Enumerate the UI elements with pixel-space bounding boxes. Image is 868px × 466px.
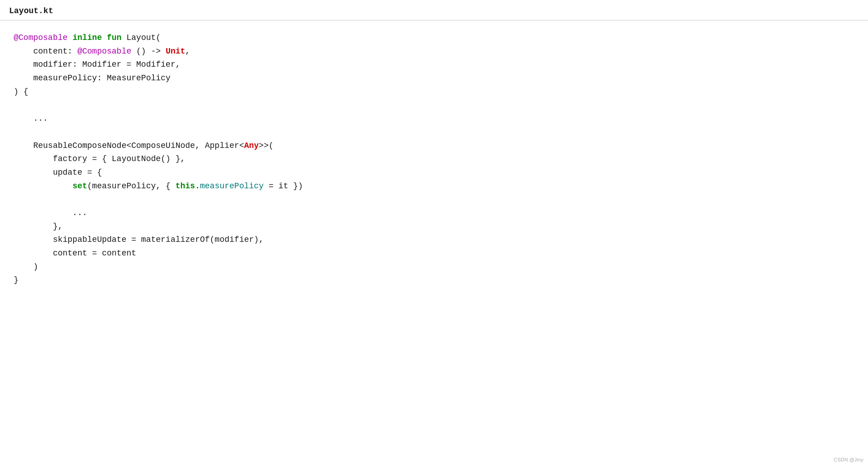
code-line-19: } [14,274,854,287]
code-line-5: ) { [14,85,854,99]
code-line-12: set(measurePolicy, { this.measurePolicy … [14,180,854,193]
file-title: Layout.kt [9,6,53,15]
code-line-16: skippableUpdate = materializerOf(modifie… [14,233,854,247]
watermark: CSDN @Jmy [833,457,863,462]
code-line-7: ... [14,112,854,126]
code-line-10: factory = { LayoutNode() }, [14,152,854,166]
code-line-1: @Composable inline fun Layout( [14,31,854,45]
code-line-3: modifier: Modifier = Modifier, [14,58,854,72]
code-line-8 [14,126,854,139]
code-line-13 [14,193,854,206]
code-line-4: measurePolicy: MeasurePolicy [14,72,854,85]
code-line-15: }, [14,220,854,234]
code-line-18: ) [14,260,854,274]
title-bar: Layout.kt [0,0,868,20]
code-line-14: ... [14,206,854,220]
code-area: @Composable inline fun Layout( content: … [0,20,868,466]
code-line-17: content = content [14,247,854,260]
code-line-9: ReusableComposeNode<ComposeUiNode, Appli… [14,139,854,153]
code-line-2: content: @Composable () -> Unit, [14,45,854,59]
code-line-6 [14,98,854,112]
code-line-11: update = { [14,166,854,180]
main-window: Layout.kt @Composable inline fun Layout(… [0,0,868,466]
